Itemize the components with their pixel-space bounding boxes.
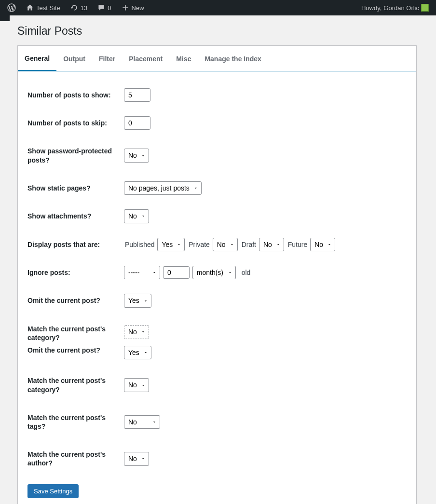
label-match-author: Match the current post's author? <box>23 440 119 477</box>
select-show-pw[interactable]: No <box>124 149 149 162</box>
select-show-attach[interactable]: No <box>124 209 149 223</box>
wordpress-logo-icon <box>7 3 16 12</box>
label-match-cat-2: Match the current post's category? <box>23 367 119 403</box>
admin-bar-right: Howdy, Gordan Orlic <box>358 4 432 12</box>
label-match-tags: Match the current post's tags? <box>23 404 119 440</box>
tab-filter[interactable]: Filter <box>92 46 122 71</box>
select-omit-current-2[interactable]: Yes <box>124 346 151 359</box>
comments-icon <box>97 3 106 12</box>
ignore-suffix: old <box>242 269 251 276</box>
page-wrap: Similar Posts General Output Filter Plac… <box>17 20 426 504</box>
new-label: New <box>132 4 144 12</box>
updates-count: 13 <box>81 4 87 12</box>
tab-misc[interactable]: Misc <box>169 46 198 71</box>
tab-general[interactable]: General <box>18 46 56 71</box>
avatar <box>421 4 429 12</box>
site-name: Test Site <box>36 4 60 12</box>
select-omit-current-1[interactable]: Yes <box>124 294 151 307</box>
select-private[interactable]: No <box>213 238 238 251</box>
update-icon <box>70 3 79 12</box>
select-future[interactable]: No <box>310 238 335 251</box>
page-title: Similar Posts <box>17 20 417 40</box>
site-name-link[interactable]: Test Site <box>22 3 64 12</box>
home-icon <box>26 3 34 12</box>
select-match-tags[interactable]: No <box>124 415 160 429</box>
tab-bar: General Output Filter Placement Misc Man… <box>18 46 416 71</box>
select-draft[interactable]: No <box>259 238 284 251</box>
settings-table: Number of posts to show: Number of posts… <box>23 81 411 477</box>
input-num-show[interactable] <box>124 88 150 102</box>
admin-bar-left: Test Site 13 0 New <box>4 3 358 12</box>
my-account[interactable]: Howdy, Gordan Orlic <box>358 4 432 12</box>
select-published[interactable]: Yes <box>157 238 185 251</box>
label-omit-current-1: Omit the current post? <box>23 286 119 314</box>
label-future: Future <box>288 241 307 248</box>
input-ignore-amount[interactable] <box>163 266 190 279</box>
label-draft: Draft <box>242 241 256 248</box>
label-show-static: Show static pages? <box>23 174 119 202</box>
select-ignore-unit[interactable]: month(s) <box>192 266 236 279</box>
select-match-cat-1[interactable]: No <box>124 325 149 339</box>
wp-logo[interactable] <box>4 3 19 12</box>
select-match-cat-2[interactable]: No <box>124 378 149 392</box>
select-show-static[interactable]: No pages, just posts <box>124 181 202 195</box>
label-num-show: Number of posts to show: <box>23 81 119 109</box>
settings-card: General Output Filter Placement Misc Man… <box>17 45 417 504</box>
label-private: Private <box>189 241 210 248</box>
howdy-text: Howdy, <box>361 4 382 12</box>
form-area: Number of posts to show: Number of posts… <box>18 71 416 504</box>
select-ignore-compare[interactable]: ----- <box>124 266 160 279</box>
select-match-author[interactable]: No <box>124 452 149 465</box>
label-display-status: Display posts that are: <box>23 231 119 259</box>
new-content-link[interactable]: New <box>118 3 148 12</box>
label-show-attach: Show attachments? <box>23 202 119 230</box>
label-omit-current-2: Omit the current post? <box>23 344 119 367</box>
label-ignore: Ignore posts: <box>23 259 119 286</box>
save-settings-button[interactable]: Save Settings <box>27 484 79 498</box>
plus-icon <box>121 3 130 12</box>
admin-menu-collapsed[interactable] <box>0 15 10 21</box>
admin-bar: Test Site 13 0 New Howdy, Gordan Orlic <box>0 0 436 15</box>
user-display-name: Gordan Orlic <box>383 4 419 12</box>
tab-manage-index[interactable]: Manage the Index <box>198 46 268 71</box>
updates-link[interactable]: 13 <box>67 3 91 12</box>
label-published: Published <box>125 241 155 248</box>
tab-output[interactable]: Output <box>56 46 92 71</box>
input-num-skip[interactable] <box>124 116 150 130</box>
label-show-pw: Show password-protected posts? <box>23 137 119 174</box>
tab-placement[interactable]: Placement <box>122 46 169 71</box>
label-num-skip: Number of posts to skip: <box>23 109 119 137</box>
ignore-group: ----- month(s) old <box>119 259 411 286</box>
comments-link[interactable]: 0 <box>94 3 114 12</box>
display-status-group: Published Yes Private No Draft No Future… <box>119 231 411 259</box>
label-match-cat-1: Match the current post's category? <box>23 315 119 344</box>
comments-count: 0 <box>108 4 111 12</box>
